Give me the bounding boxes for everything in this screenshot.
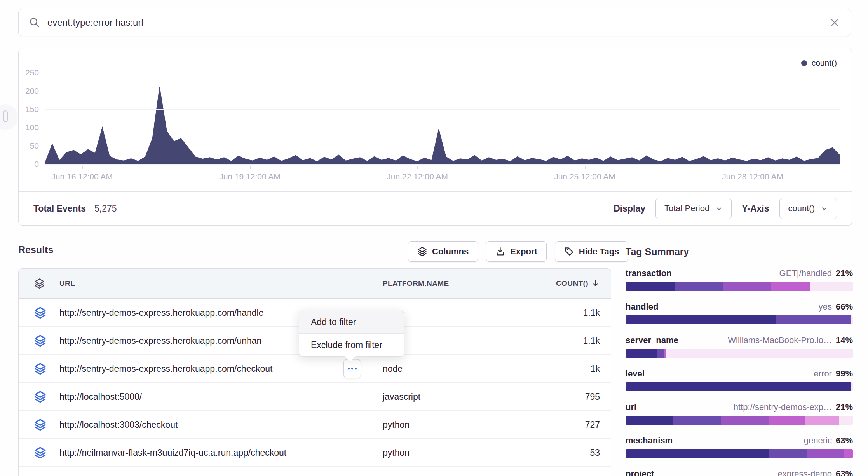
tag-top-value[interactable]: express-demo — [778, 469, 832, 476]
tag-top-percent: 63% — [836, 435, 853, 446]
clear-search-icon[interactable] — [829, 17, 840, 28]
yaxis-label: Y-Axis — [742, 203, 769, 214]
platform-cell[interactable]: python — [383, 419, 410, 430]
tag-top-percent: 21% — [836, 402, 853, 413]
tag-top-value[interactable]: http://sentry-demos-exp… — [734, 402, 832, 413]
tag-top-value[interactable]: Williams-MacBook-Pro.lo… — [728, 335, 832, 346]
chart-footer: Total Events 5,275 Display Total Period … — [19, 191, 852, 225]
gridline — [45, 164, 840, 164]
tag-top-percent: 99% — [836, 368, 853, 379]
x-axis-tick — [585, 166, 586, 169]
y-axis-tick-label: 50 — [12, 141, 39, 150]
tag-top-value[interactable]: generic — [804, 435, 832, 446]
hide-tags-button[interactable]: Hide Tags — [555, 241, 629, 262]
chart-legend[interactable]: count() — [801, 58, 837, 68]
count-cell[interactable]: 795 — [585, 391, 600, 402]
display-dropdown[interactable]: Total Period — [655, 198, 732, 219]
url-cell[interactable]: http://sentry-demos-express.herokuapp.co… — [59, 335, 261, 346]
x-axis-tick-label: Jun 25 12:00 AM — [554, 172, 615, 181]
stack-icon — [34, 362, 46, 374]
tag-name: url — [626, 402, 636, 413]
y-axis-tick-label: 100 — [12, 123, 39, 132]
column-header-count[interactable]: COUNT() — [556, 279, 588, 288]
tag-distribution-bar[interactable] — [626, 315, 853, 324]
cell-actions-button[interactable] — [343, 359, 361, 378]
tag-top-percent: 66% — [836, 301, 853, 312]
stack-icon — [34, 446, 46, 458]
tag-icon — [564, 247, 574, 256]
chevron-down-icon — [821, 205, 828, 212]
legend-label: count() — [812, 58, 837, 68]
count-cell[interactable]: 1.1k — [583, 335, 600, 346]
url-cell[interactable]: http://sentry-demos-express.herokuapp.co… — [59, 307, 263, 318]
tag-top-percent: 14% — [836, 335, 853, 346]
tag-entry: projectexpress-demo63% — [626, 469, 853, 476]
tag-top-value[interactable]: GET|/handled — [779, 268, 832, 279]
count-cell[interactable]: 1k — [591, 363, 600, 374]
tag-name: transaction — [626, 268, 672, 279]
search-query-input[interactable]: event.type:error has:url — [47, 17, 822, 28]
tag-distribution-bar[interactable] — [626, 382, 853, 391]
results-toolbar: ColumnsExportHide Tags — [408, 241, 628, 262]
tag-entry: server_nameWilliams-MacBook-Pro.lo…14% — [626, 335, 853, 358]
table-header: URL PLATFORM.NAME COUNT() — [19, 269, 611, 299]
sort-desc-arrow-icon[interactable] — [591, 279, 600, 288]
table-row[interactable]: http://localhost:5000/javascript795 — [19, 383, 611, 411]
tag-name: level — [626, 368, 645, 379]
results-table: URL PLATFORM.NAME COUNT() http://sentry-… — [18, 268, 611, 476]
columns-button[interactable]: Columns — [408, 241, 478, 262]
search-icon — [29, 17, 40, 28]
url-cell[interactable]: http://localhost:5000/ — [59, 391, 142, 402]
y-axis-tick-label: 0 — [12, 159, 39, 169]
y-axis-tick-label: 150 — [12, 105, 39, 114]
platform-cell[interactable]: node — [383, 363, 403, 374]
chart-plot[interactable]: 250200150100500 Jun 16 12:00 AMJun 19 12… — [45, 73, 840, 164]
chevron-down-icon — [715, 205, 723, 212]
export-button[interactable]: Export — [486, 241, 547, 262]
tag-top-value[interactable]: yes — [819, 301, 832, 312]
column-header-platform[interactable]: PLATFORM.NAME — [383, 279, 449, 288]
tag-distribution-bar[interactable] — [626, 349, 853, 358]
platform-cell[interactable]: javascript — [383, 391, 420, 402]
tag-entry: handledyes66% — [626, 301, 853, 324]
download-icon — [495, 247, 505, 256]
tag-distribution-bar[interactable] — [626, 282, 853, 291]
tag-distribution-bar[interactable] — [626, 416, 853, 425]
table-row[interactable]: http://localhost:3003/checkoutpython727 — [19, 411, 611, 439]
tag-top-value[interactable]: error — [814, 368, 832, 379]
gridline — [45, 91, 840, 91]
platform-cell[interactable]: python — [383, 447, 410, 458]
tag-entry: transactionGET|/handled21% — [626, 268, 853, 291]
stack-icon — [34, 306, 46, 318]
table-row[interactable]: http://sentry-demos-express.herokuapp.co… — [19, 355, 611, 383]
x-axis-tick — [753, 166, 753, 169]
tag-name: handled — [626, 301, 658, 312]
tag-name: mechanism — [626, 435, 673, 446]
x-axis-tick-label: Jun 22 12:00 AM — [387, 172, 448, 181]
display-label: Display — [614, 203, 645, 214]
url-cell[interactable]: http://sentry-demos-express.herokuapp.co… — [59, 363, 272, 374]
gridline — [45, 109, 840, 110]
x-axis-tick — [250, 166, 251, 169]
tag-name: project — [626, 469, 654, 476]
stack-icon — [34, 278, 45, 289]
stack-icon — [34, 390, 46, 402]
table-row — [19, 467, 611, 476]
count-cell[interactable]: 1.1k — [583, 307, 600, 318]
tag-summary-heading: Tag Summary — [626, 246, 853, 257]
x-axis-tick — [82, 166, 83, 169]
table-row[interactable]: http://neilmanvar-flask-m3uuizd7iq-uc.a.… — [19, 439, 611, 467]
url-cell[interactable]: http://neilmanvar-flask-m3uuizd7iq-uc.a.… — [59, 447, 286, 458]
tag-distribution-bar[interactable] — [626, 449, 853, 458]
yaxis-dropdown[interactable]: count() — [779, 198, 837, 219]
results-heading: Results — [18, 244, 53, 256]
total-events-label: Total Events — [33, 203, 86, 214]
legend-dot-icon — [801, 60, 807, 66]
url-cell[interactable]: http://localhost:3003/checkout — [59, 419, 178, 430]
search-bar[interactable]: event.type:error has:url — [18, 9, 851, 36]
count-cell[interactable]: 727 — [585, 419, 600, 430]
count-cell[interactable]: 53 — [590, 447, 600, 458]
add-to-filter-menu-item[interactable]: Add to filter — [299, 311, 404, 334]
column-header-url[interactable]: URL — [59, 279, 75, 288]
tag-entry: levelerror99% — [626, 368, 853, 391]
